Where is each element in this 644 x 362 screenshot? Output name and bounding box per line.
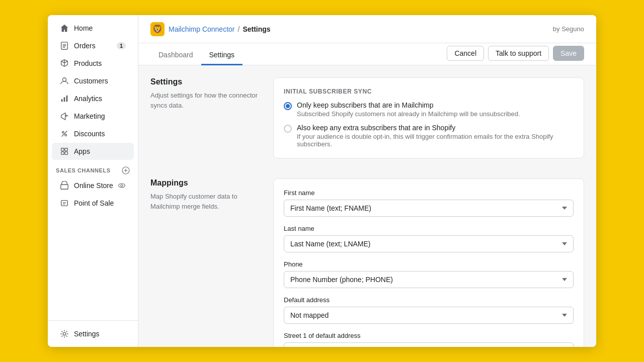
sidebar-item-marketing-label: Marketing (74, 112, 105, 120)
mappings-section-left: Mappings Map Shopify customer data to Ma… (150, 178, 261, 347)
sidebar-item-orders[interactable]: Orders 1 (52, 37, 134, 54)
breadcrumb-current: Settings (243, 25, 270, 33)
sidebar-item-pos-label: Point of Sale (74, 199, 114, 207)
sidebar-item-settings[interactable]: Settings (52, 325, 134, 342)
breadcrumb: Mailchimp Connector / Settings (169, 25, 271, 33)
orders-icon (60, 41, 69, 50)
svg-point-5 (62, 132, 64, 134)
analytics-icon (60, 94, 69, 103)
radio-only-keep[interactable]: Only keep subscribers that are in Mailch… (284, 101, 574, 118)
orders-badge: 1 (117, 42, 126, 49)
radio-also-keep[interactable]: Also keep any extra subscribers that are… (284, 124, 574, 148)
apps-icon (60, 147, 69, 156)
svg-rect-2 (61, 99, 63, 102)
customers-icon (60, 76, 69, 85)
sidebar-item-products-label: Products (74, 59, 102, 67)
sidebar-item-products[interactable]: Products (52, 55, 134, 72)
sidebar-item-online-store[interactable]: Online Store (52, 177, 134, 194)
sidebar-item-apps-label: Apps (74, 147, 90, 155)
mappings-section-title: Mappings (150, 178, 261, 188)
settings-section-block: Settings Adjust settings for how the con… (150, 77, 584, 166)
svg-rect-15 (61, 201, 68, 206)
mailchimp-app-icon: 🦁 (150, 22, 165, 36)
talk-to-support-button[interactable]: Talk to support (488, 46, 549, 61)
settings-section-description: Adjust settings for how the connector sy… (150, 90, 261, 110)
svg-point-13 (119, 184, 125, 188)
field-street-1-select[interactable]: Not mapped (284, 342, 574, 347)
field-first-name-label: First name (284, 189, 574, 197)
initial-sync-label: Initial subscriber sync (284, 88, 574, 95)
sidebar-item-analytics-label: Analytics (74, 95, 102, 103)
tabs-actions: Cancel Talk to support Save (447, 46, 584, 65)
tab-dashboard[interactable]: Dashboard (150, 46, 201, 65)
marketing-icon (60, 112, 69, 121)
store-icon (60, 181, 69, 190)
add-sales-channel-icon[interactable] (122, 166, 130, 174)
sidebar-item-analytics[interactable]: Analytics (52, 90, 134, 107)
radio-only-keep-desc: Subscribed Shopify customers not already… (297, 110, 520, 118)
svg-rect-10 (65, 152, 67, 154)
mappings-section-right: First name First Name (text; FNAME) Not … (273, 178, 584, 347)
field-first-name-select[interactable]: First Name (text; FNAME) Not mapped (284, 200, 574, 217)
svg-rect-9 (61, 152, 64, 154)
tab-settings[interactable]: Settings (201, 46, 243, 65)
field-first-name: First name First Name (text; FNAME) Not … (284, 189, 574, 217)
main-content: 🦁 Mailchimp Connector / Settings by Segu… (138, 15, 596, 347)
field-street-1: Street 1 of default address Not mapped (284, 332, 574, 347)
sidebar-bottom: Settings (48, 320, 138, 347)
online-store-eye-icon[interactable] (118, 182, 126, 190)
sidebar-item-customers[interactable]: Customers (52, 72, 134, 89)
top-bar: 🦁 Mailchimp Connector / Settings by Segu… (138, 15, 596, 43)
sidebar-item-orders-label: Orders (74, 42, 96, 50)
app-window: Home Orders 1 Products Customers (48, 15, 596, 347)
sidebar-item-home[interactable]: Home (52, 20, 134, 37)
sidebar-item-settings-label: Settings (74, 330, 100, 338)
breadcrumb-separator: / (238, 25, 240, 33)
mappings-card: First name First Name (text; FNAME) Not … (273, 178, 584, 347)
save-button[interactable]: Save (553, 46, 584, 61)
discounts-icon (60, 129, 69, 138)
svg-rect-8 (65, 148, 67, 151)
content-area: Settings Adjust settings for how the con… (138, 65, 596, 347)
home-icon (60, 24, 69, 33)
by-seguno-label: by Seguno (553, 25, 584, 33)
svg-point-16 (63, 332, 65, 335)
sidebar: Home Orders 1 Products Customers (48, 15, 138, 347)
sidebar-item-apps[interactable]: Apps (52, 143, 134, 160)
settings-icon (60, 329, 69, 338)
field-default-address-label: Default address (284, 296, 574, 304)
field-phone: Phone Phone Number (phone; PHONE) Not ma… (284, 260, 574, 288)
svg-point-14 (121, 185, 123, 187)
settings-section-title: Settings (150, 77, 261, 86)
cancel-button[interactable]: Cancel (447, 46, 484, 61)
initial-sync-card: Initial subscriber sync Only keep subscr… (273, 77, 584, 158)
svg-rect-4 (66, 96, 68, 102)
sidebar-item-discounts[interactable]: Discounts (52, 125, 134, 142)
products-icon (60, 59, 69, 68)
field-default-address-select[interactable]: Not mapped (284, 307, 574, 324)
field-default-address: Default address Not mapped (284, 296, 574, 324)
svg-rect-12 (61, 185, 68, 189)
mappings-section-description: Map Shopify customer data to Mailchimp m… (150, 192, 261, 211)
field-last-name-select[interactable]: Last Name (text; LNAME) Not mapped (284, 235, 574, 252)
radio-only-keep-dot (286, 104, 290, 108)
mappings-section-block: Mappings Map Shopify customer data to Ma… (150, 178, 584, 347)
svg-point-6 (65, 134, 67, 136)
sidebar-item-discounts-label: Discounts (74, 130, 105, 138)
tabs-bar: Dashboard Settings Cancel Talk to suppor… (138, 43, 596, 65)
svg-rect-7 (61, 148, 64, 151)
radio-only-keep-input[interactable] (284, 102, 292, 110)
field-phone-label: Phone (284, 260, 574, 268)
field-phone-select[interactable]: Phone Number (phone; PHONE) Not mapped (284, 271, 574, 288)
svg-point-1 (62, 78, 66, 81)
settings-section-right: Initial subscriber sync Only keep subscr… (273, 77, 584, 166)
pos-icon (60, 199, 69, 208)
sidebar-item-online-store-label: Online Store (74, 182, 113, 190)
content-sections: Settings Adjust settings for how the con… (150, 77, 584, 335)
top-bar-left: 🦁 Mailchimp Connector / Settings (150, 22, 271, 36)
settings-section-left: Settings Adjust settings for how the con… (150, 77, 261, 166)
sidebar-item-marketing[interactable]: Marketing (52, 108, 134, 125)
radio-also-keep-input[interactable] (284, 125, 292, 133)
sidebar-item-point-of-sale[interactable]: Point of Sale (52, 195, 134, 212)
breadcrumb-app-link[interactable]: Mailchimp Connector (169, 25, 235, 33)
